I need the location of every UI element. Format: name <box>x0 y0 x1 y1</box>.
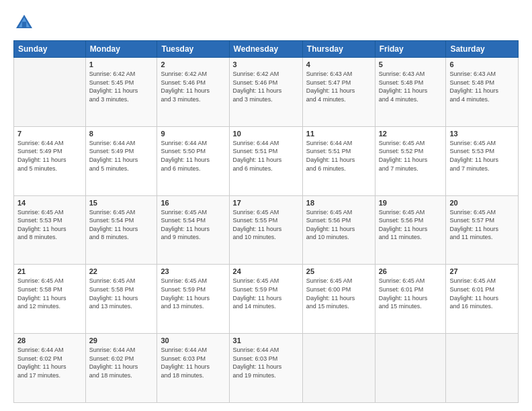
logo-icon <box>13 12 35 34</box>
calendar-cell: 7Sunrise: 6:44 AMSunset: 5:49 PMDaylight… <box>14 126 86 195</box>
day-number: 20 <box>449 199 515 207</box>
day-info: Sunrise: 6:45 AMSunset: 6:01 PMDaylight:… <box>449 277 515 310</box>
day-info: Sunrise: 6:44 AMSunset: 6:03 PMDaylight:… <box>233 346 299 379</box>
calendar-week-row: 28Sunrise: 6:44 AMSunset: 6:02 PMDayligh… <box>14 334 519 403</box>
day-info: Sunrise: 6:45 AMSunset: 5:52 PMDaylight:… <box>379 139 443 173</box>
calendar-cell: 6Sunrise: 6:43 AMSunset: 5:48 PMDaylight… <box>446 58 519 127</box>
day-info: Sunrise: 6:45 AMSunset: 5:53 PMDaylight:… <box>449 139 515 173</box>
calendar-cell: 10Sunrise: 6:44 AMSunset: 5:51 PMDayligh… <box>229 126 302 195</box>
calendar-cell: 27Sunrise: 6:45 AMSunset: 6:01 PMDayligh… <box>446 265 519 334</box>
calendar-week-row: 21Sunrise: 6:45 AMSunset: 5:58 PMDayligh… <box>14 265 519 334</box>
day-info: Sunrise: 6:45 AMSunset: 5:54 PMDaylight:… <box>161 208 225 242</box>
calendar-week-row: 14Sunrise: 6:45 AMSunset: 5:53 PMDayligh… <box>14 195 519 265</box>
day-number: 14 <box>17 199 82 207</box>
calendar-table: SundayMondayTuesdayWednesdayThursdayFrid… <box>13 40 519 403</box>
calendar-cell: 2Sunrise: 6:42 AMSunset: 5:46 PMDaylight… <box>157 58 229 127</box>
logo <box>13 12 38 34</box>
day-number: 17 <box>233 199 299 207</box>
day-info: Sunrise: 6:45 AMSunset: 5:58 PMDaylight:… <box>17 277 82 310</box>
day-number: 19 <box>379 199 443 207</box>
calendar-cell: 29Sunrise: 6:44 AMSunset: 6:02 PMDayligh… <box>85 334 157 403</box>
calendar-week-row: 7Sunrise: 6:44 AMSunset: 5:49 PMDaylight… <box>14 126 519 195</box>
calendar-cell: 21Sunrise: 6:45 AMSunset: 5:58 PMDayligh… <box>14 265 86 334</box>
day-info: Sunrise: 6:45 AMSunset: 6:00 PMDaylight:… <box>306 277 371 310</box>
header-day-saturday: Saturday <box>446 41 519 58</box>
day-number: 9 <box>161 130 225 138</box>
day-info: Sunrise: 6:43 AMSunset: 5:47 PMDaylight:… <box>306 70 371 103</box>
calendar-cell: 24Sunrise: 6:45 AMSunset: 5:59 PMDayligh… <box>229 265 302 334</box>
calendar-cell: 20Sunrise: 6:45 AMSunset: 5:57 PMDayligh… <box>446 195 519 265</box>
calendar-cell: 9Sunrise: 6:44 AMSunset: 5:50 PMDaylight… <box>157 126 229 195</box>
calendar-cell <box>14 58 86 127</box>
calendar-cell <box>375 334 446 403</box>
day-number: 2 <box>161 60 225 68</box>
header-day-monday: Monday <box>85 41 157 58</box>
calendar-cell: 25Sunrise: 6:45 AMSunset: 6:00 PMDayligh… <box>302 265 375 334</box>
calendar-cell: 30Sunrise: 6:44 AMSunset: 6:03 PMDayligh… <box>157 334 229 403</box>
day-number: 6 <box>449 60 515 68</box>
day-info: Sunrise: 6:42 AMSunset: 5:46 PMDaylight:… <box>161 70 225 103</box>
day-info: Sunrise: 6:44 AMSunset: 5:51 PMDaylight:… <box>306 139 371 173</box>
calendar-cell: 26Sunrise: 6:45 AMSunset: 6:01 PMDayligh… <box>375 265 446 334</box>
calendar-cell: 15Sunrise: 6:45 AMSunset: 5:54 PMDayligh… <box>85 195 157 265</box>
calendar-cell <box>302 334 375 403</box>
day-info: Sunrise: 6:43 AMSunset: 5:48 PMDaylight:… <box>379 70 443 103</box>
day-number: 26 <box>379 267 443 275</box>
header-day-friday: Friday <box>375 41 446 58</box>
header-day-wednesday: Wednesday <box>229 41 302 58</box>
day-info: Sunrise: 6:45 AMSunset: 5:54 PMDaylight:… <box>89 208 154 242</box>
calendar-cell: 14Sunrise: 6:45 AMSunset: 5:53 PMDayligh… <box>14 195 86 265</box>
calendar-cell: 13Sunrise: 6:45 AMSunset: 5:53 PMDayligh… <box>446 126 519 195</box>
calendar-cell: 12Sunrise: 6:45 AMSunset: 5:52 PMDayligh… <box>375 126 446 195</box>
calendar-cell: 5Sunrise: 6:43 AMSunset: 5:48 PMDaylight… <box>375 58 446 127</box>
day-info: Sunrise: 6:44 AMSunset: 5:50 PMDaylight:… <box>161 139 225 173</box>
day-number: 12 <box>379 130 443 138</box>
day-number: 8 <box>89 130 154 138</box>
day-info: Sunrise: 6:45 AMSunset: 5:56 PMDaylight:… <box>306 208 371 242</box>
calendar-cell: 11Sunrise: 6:44 AMSunset: 5:51 PMDayligh… <box>302 126 375 195</box>
calendar-cell: 23Sunrise: 6:45 AMSunset: 5:59 PMDayligh… <box>157 265 229 334</box>
day-number: 31 <box>233 336 299 345</box>
day-info: Sunrise: 6:44 AMSunset: 5:49 PMDaylight:… <box>17 139 82 173</box>
day-info: Sunrise: 6:45 AMSunset: 5:59 PMDaylight:… <box>233 277 299 310</box>
calendar-cell: 19Sunrise: 6:45 AMSunset: 5:56 PMDayligh… <box>375 195 446 265</box>
header-day-tuesday: Tuesday <box>157 41 229 58</box>
day-number: 1 <box>89 60 154 68</box>
day-number: 7 <box>17 130 82 138</box>
calendar-cell: 1Sunrise: 6:42 AMSunset: 5:45 PMDaylight… <box>85 58 157 127</box>
day-number: 25 <box>306 267 371 275</box>
day-number: 11 <box>306 130 371 138</box>
header <box>13 12 519 34</box>
calendar-cell: 22Sunrise: 6:45 AMSunset: 5:58 PMDayligh… <box>85 265 157 334</box>
day-number: 15 <box>89 199 154 207</box>
calendar-cell: 3Sunrise: 6:42 AMSunset: 5:46 PMDaylight… <box>229 58 302 127</box>
day-info: Sunrise: 6:42 AMSunset: 5:45 PMDaylight:… <box>89 70 154 103</box>
calendar-cell: 28Sunrise: 6:44 AMSunset: 6:02 PMDayligh… <box>14 334 86 403</box>
day-number: 16 <box>161 199 225 207</box>
day-info: Sunrise: 6:45 AMSunset: 5:56 PMDaylight:… <box>379 208 443 242</box>
day-number: 10 <box>233 130 299 138</box>
day-number: 18 <box>306 199 371 207</box>
day-number: 21 <box>17 267 82 275</box>
day-info: Sunrise: 6:44 AMSunset: 6:02 PMDaylight:… <box>17 346 82 379</box>
calendar-cell: 4Sunrise: 6:43 AMSunset: 5:47 PMDaylight… <box>302 58 375 127</box>
calendar-cell: 17Sunrise: 6:45 AMSunset: 5:55 PMDayligh… <box>229 195 302 265</box>
day-info: Sunrise: 6:42 AMSunset: 5:46 PMDaylight:… <box>233 70 299 103</box>
calendar-cell: 16Sunrise: 6:45 AMSunset: 5:54 PMDayligh… <box>157 195 229 265</box>
calendar-cell: 8Sunrise: 6:44 AMSunset: 5:49 PMDaylight… <box>85 126 157 195</box>
day-number: 30 <box>161 336 225 345</box>
day-number: 5 <box>379 60 443 68</box>
header-day-sunday: Sunday <box>14 41 86 58</box>
day-number: 28 <box>17 336 82 345</box>
day-number: 3 <box>233 60 299 68</box>
day-number: 23 <box>161 267 225 275</box>
calendar-cell <box>446 334 519 403</box>
day-info: Sunrise: 6:44 AMSunset: 6:03 PMDaylight:… <box>161 346 225 379</box>
day-number: 13 <box>449 130 515 138</box>
day-info: Sunrise: 6:43 AMSunset: 5:48 PMDaylight:… <box>449 70 515 103</box>
day-number: 24 <box>233 267 299 275</box>
day-info: Sunrise: 6:44 AMSunset: 5:49 PMDaylight:… <box>89 139 154 173</box>
calendar-week-row: 1Sunrise: 6:42 AMSunset: 5:45 PMDaylight… <box>14 58 519 127</box>
day-info: Sunrise: 6:45 AMSunset: 5:57 PMDaylight:… <box>449 208 515 242</box>
header-day-thursday: Thursday <box>302 41 375 58</box>
